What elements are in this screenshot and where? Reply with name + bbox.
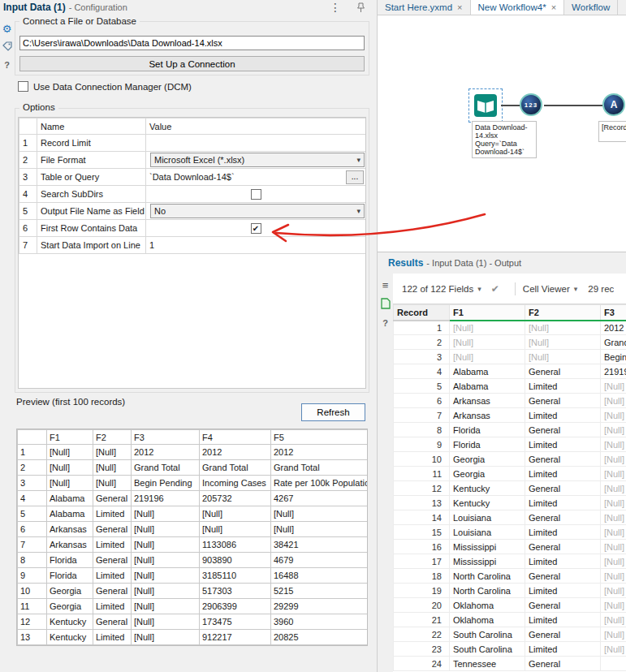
options-grid: Name Value 1Record Limit2File FormatMicr… [18,117,366,389]
results-row[interactable]: 16MississippiGeneral[Null] [394,540,626,554]
results-row[interactable]: 9FloridaLimited[Null] [394,437,626,452]
results-col-header[interactable]: F3 [601,305,626,321]
pin-icon[interactable] [356,2,365,15]
refresh-button[interactable]: Refresh [301,403,365,421]
preview-row: 4AlabamaGeneral2191962057324267 [18,491,369,506]
preview-cell: General [93,491,132,506]
results-row[interactable]: 3[Null][Null]Begin Pending [394,350,626,364]
setup-connection-button[interactable]: Set Up a Connection [19,56,365,71]
results-cell: Limited [525,467,601,481]
browse-button[interactable]: ... [346,170,364,184]
workflow-tab[interactable]: Start Here.yxmd× [378,0,471,15]
record-number: 20 [394,598,450,613]
more-options-icon[interactable]: ⋮ [330,1,341,14]
results-col-header[interactable]: F2 [525,305,601,321]
preview-col-header[interactable]: F3 [132,430,200,445]
results-row[interactable]: 5AlabamaLimited[Null] [394,379,626,394]
results-row[interactable]: 15LouisianaLimited[Null] [394,525,626,540]
options-col-name: Name [37,118,146,135]
preview-cell: Grand Total [271,460,369,476]
chevron-down-icon: ▾ [477,285,481,293]
option-text-value[interactable]: `Data Download-14$` [149,172,346,182]
results-header-row: RecordF1F2F3 [394,305,626,321]
results-row[interactable]: 10GeorgiaGeneral[Null] [394,452,626,467]
tool-annotation[interactable]: [RecordI [598,121,626,142]
list-view-icon[interactable]: ≡ [382,281,389,291]
option-text-value[interactable]: 1 [146,237,366,254]
results-row[interactable]: 7ArkansasLimited[Null] [394,408,626,423]
option-dropdown[interactable]: Microsoft Excel (*.xlsx)▾ [150,153,365,167]
preview-col-header[interactable]: F4 [200,430,271,445]
preview-cell: Grand Total [132,460,200,476]
results-cell: Louisiana [450,510,525,525]
tab-label: New Workflow4* [478,2,546,12]
results-row[interactable]: 23South CarolinaLimited[Null] [394,642,626,657]
workflow-tab[interactable]: New Workflow4*× [471,0,565,15]
results-row[interactable]: 4AlabamaGeneral219196 [394,364,626,379]
cell-viewer-dropdown[interactable]: Cell Viewer ▾ [523,284,577,294]
results-row[interactable]: 12KentuckyGeneral[Null] [394,481,626,496]
preview-col-header[interactable]: F5 [271,430,369,445]
results-cell: Limited [525,496,601,510]
preview-cell: [Null] [93,460,132,476]
configuration-panel: Input Data (1)- Configuration ⋮ ⚙ ? Conn… [0,0,378,672]
preview-cell: 2012 [200,445,271,460]
preview-cell: [Null] [93,445,132,460]
results-row[interactable]: 19North CarolinaLimited[Null] [394,584,626,598]
results-cell: [Null] [601,437,626,452]
preview-cell: Limited [93,537,132,553]
option-dropdown[interactable]: No▾ [150,204,365,218]
results-row[interactable]: 20OklahomaGeneral[Null] [394,598,626,613]
results-col-header[interactable]: Record [394,305,450,321]
option-checkbox[interactable]: ✔ [251,223,261,234]
results-row[interactable]: 1[Null][Null]2012 [394,321,626,335]
preview-cell: 173475 [200,614,271,630]
results-row[interactable]: 22South CarolinaGeneral[Null] [394,627,626,642]
results-cell: [Null] [601,569,626,584]
help-icon[interactable]: ? [382,318,388,328]
results-row[interactable]: 2[Null][Null]Grand Total [394,335,626,350]
results-row[interactable]: 6ArkansasGeneral[Null] [394,394,626,408]
gear-icon[interactable]: ⚙ [2,24,12,34]
annotation-tag-icon[interactable] [2,41,12,53]
tool-annotation[interactable]: Data Download-14.xlsx Query=`Data Downlo… [472,121,537,158]
row-number: 13 [18,630,47,645]
results-cell: Georgia [450,467,525,481]
results-row[interactable]: 21OklahomaLimited[Null] [394,613,626,627]
dcm-checkbox[interactable] [18,81,28,92]
data-file-icon[interactable] [381,298,391,311]
results-cell: Limited [525,554,601,569]
option-value-cell [146,186,366,203]
row-number: 9 [18,568,47,584]
results-cell: [Null] [525,350,601,364]
results-col-header[interactable]: F1 [450,305,525,321]
apply-check-icon[interactable]: ✔ [491,283,499,295]
results-cell: [Null] [601,613,626,627]
recordid-tool-icon[interactable]: 123 [520,93,542,116]
results-row[interactable]: 14LouisianaGeneral[Null] [394,510,626,525]
workflow-canvas[interactable]: 123 A Data Download-14.xlsx Query=`Data … [378,15,626,252]
tab-close-icon[interactable]: × [551,2,556,12]
results-cell: [Null] [601,584,626,598]
results-row[interactable]: 11GeorgiaLimited[Null] [394,467,626,481]
option-text-value[interactable] [146,135,366,152]
results-row[interactable]: 17MississippiLimited[Null] [394,554,626,569]
workflow-tab[interactable]: Workflow [564,0,618,15]
results-row[interactable]: 8FloridaGeneral[Null] [394,423,626,437]
help-icon[interactable]: ? [4,60,10,70]
fields-dropdown[interactable]: 122 of 122 Fields ▾ [402,284,481,294]
results-cell: [Null] [601,510,626,525]
results-row[interactable]: 24TennesseeGeneral [394,657,626,671]
preview-col-header[interactable]: F1 [47,430,93,445]
results-row[interactable]: 13KentuckyLimited[Null] [394,496,626,510]
results-row[interactable]: 18North CarolinaGeneral[Null] [394,569,626,584]
input-data-tool-icon[interactable] [473,93,498,118]
file-path-input[interactable] [19,36,365,50]
record-number: 6 [394,394,450,408]
formula-tool-icon[interactable]: A [602,93,625,116]
preview-cell: Georgia [47,599,93,614]
preview-col-header[interactable]: F2 [93,430,132,445]
dcm-row: Use Data Connection Manager (DCM) [18,81,192,92]
tab-close-icon[interactable]: × [457,2,462,12]
option-checkbox[interactable] [251,189,261,200]
